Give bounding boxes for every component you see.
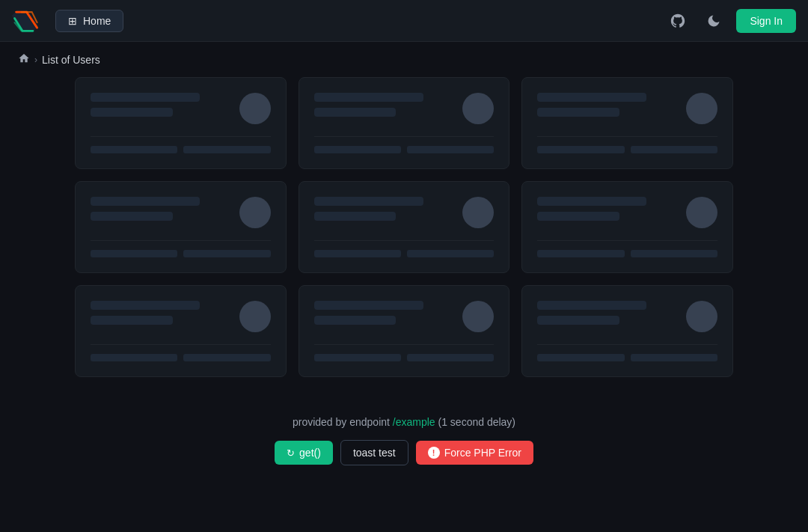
skeleton-line: [537, 316, 619, 325]
card-action: [183, 146, 270, 153]
card-action: [407, 250, 494, 257]
card-action: [537, 354, 624, 361]
footer-info: provided by endpoint /example (1 second …: [293, 416, 515, 428]
card-bottom: [91, 345, 271, 361]
provided-by-text: provided by endpoint: [293, 416, 390, 428]
toast-button[interactable]: toast test: [340, 440, 408, 465]
skeleton-line: [537, 301, 646, 310]
signin-label: Sign In: [750, 15, 783, 27]
home-button[interactable]: ⊞ Home: [55, 10, 123, 32]
card-text-lines: [314, 197, 451, 221]
card-bottom: [314, 345, 495, 361]
card-text-lines: [91, 301, 227, 325]
card-action: [631, 354, 717, 361]
footer: provided by endpoint /example (1 second …: [75, 401, 733, 488]
avatar: [462, 301, 494, 332]
footer-actions: ↻ get() toast test ! Force PHP Error: [275, 440, 533, 465]
toast-button-label: toast test: [353, 447, 396, 459]
card-action: [91, 250, 177, 257]
breadcrumb-home-icon: [18, 52, 30, 67]
card-top: [314, 197, 495, 241]
avatar: [462, 93, 494, 124]
card-action: [314, 354, 401, 361]
card-bottom: [537, 345, 717, 361]
avatar: [239, 301, 271, 332]
breadcrumb-separator: ›: [34, 55, 37, 65]
card-action: [314, 146, 401, 153]
breadcrumb-current: List of Users: [42, 54, 100, 66]
signin-button[interactable]: Sign In: [736, 9, 796, 33]
skeleton-line: [91, 93, 200, 102]
skeleton-line: [537, 197, 646, 206]
card-top: [91, 197, 271, 241]
card-action: [91, 354, 177, 361]
card-grid: [75, 77, 733, 377]
navbar-right: Sign In: [664, 7, 796, 34]
endpoint-link[interactable]: /example: [393, 416, 435, 428]
card-action: [314, 250, 401, 257]
card-text-lines: [91, 197, 227, 221]
card-action: [407, 146, 494, 153]
refresh-icon: ↻: [287, 447, 295, 459]
navbar-left: ⊞ Home: [12, 7, 123, 34]
card-action: [183, 250, 270, 257]
skeleton-line: [314, 301, 423, 310]
skeleton-line: [91, 212, 173, 221]
avatar: [462, 197, 494, 228]
card-text-lines: [537, 197, 674, 221]
skeleton-line: [91, 316, 173, 325]
skeleton-line: [91, 301, 200, 310]
skeleton-line: [314, 93, 423, 102]
card-top: [314, 93, 495, 137]
card-top: [91, 301, 271, 345]
force-error-button[interactable]: ! Force PHP Error: [416, 441, 533, 465]
github-icon: [670, 13, 686, 29]
get-button[interactable]: ↻ get(): [275, 441, 333, 465]
skeleton-line: [537, 93, 646, 102]
delay-text: (1 second delay): [438, 416, 516, 428]
card-text-lines: [91, 93, 227, 117]
dark-mode-button[interactable]: [700, 7, 727, 34]
card-action: [631, 146, 717, 153]
navbar: ⊞ Home Sign In: [0, 0, 808, 42]
card-bottom: [537, 241, 717, 257]
card-top: [314, 301, 495, 345]
card-top: [91, 93, 271, 137]
force-error-label: Force PHP Error: [444, 447, 521, 459]
avatar: [686, 301, 717, 332]
card-bottom: [537, 137, 717, 153]
home-button-label: Home: [83, 15, 111, 27]
card-action: [537, 250, 624, 257]
home-grid-icon: ⊞: [68, 15, 77, 27]
user-card-6: [521, 181, 733, 273]
skeleton-line: [314, 197, 423, 206]
card-bottom: [91, 241, 271, 257]
user-card-9: [521, 285, 733, 377]
main-content: provided by endpoint /example (1 second …: [0, 77, 808, 518]
user-card-4: [75, 181, 287, 273]
card-text-lines: [314, 93, 451, 117]
card-text-lines: [314, 301, 451, 325]
skeleton-line: [314, 316, 397, 325]
skeleton-line: [91, 108, 173, 117]
card-bottom: [91, 137, 271, 153]
card-bottom: [314, 137, 495, 153]
github-button[interactable]: [664, 7, 691, 34]
card-action: [183, 354, 270, 361]
user-card-8: [299, 285, 510, 377]
moon-icon: [706, 13, 721, 28]
avatar: [239, 93, 271, 124]
user-card-7: [75, 285, 287, 377]
card-top: [537, 93, 717, 137]
error-circle-icon: !: [428, 447, 440, 459]
avatar: [686, 93, 717, 124]
card-text-lines: [537, 93, 674, 117]
card-action: [407, 354, 494, 361]
card-top: [537, 197, 717, 241]
get-button-label: get(): [299, 447, 321, 459]
user-card-1: [75, 77, 287, 169]
skeleton-line: [537, 108, 619, 117]
card-text-lines: [537, 301, 674, 325]
skeleton-line: [314, 108, 397, 117]
card-bottom: [314, 241, 495, 257]
